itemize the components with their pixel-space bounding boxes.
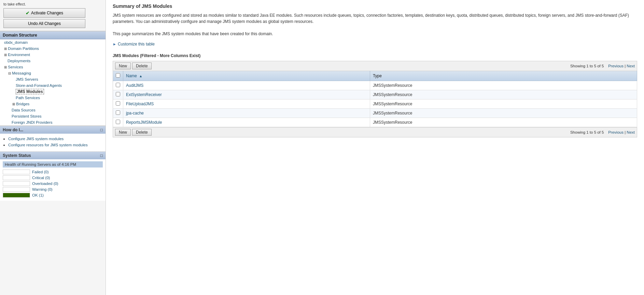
tree-domain-partitions[interactable]: ⊞ Domain Partitions	[0, 45, 106, 52]
tree-persistent-stores[interactable]: Persistent Stores	[0, 113, 106, 119]
tree-jms-servers-link[interactable]: JMS Servers	[16, 77, 38, 81]
tree-jms-servers[interactable]: JMS Servers	[0, 76, 106, 82]
tree-services[interactable]: ⊞ Services	[0, 64, 106, 70]
row-checkbox-3[interactable]	[116, 110, 120, 115]
description-box: JMS system resources are configured and …	[113, 12, 637, 37]
row-type-cell: JMSSystemResource	[370, 90, 637, 99]
system-status-collapse-button[interactable]: □	[100, 153, 103, 158]
customize-label: Customize this table	[118, 42, 155, 46]
tree-store-forward-link[interactable]: Store-and-Forward Agents	[16, 83, 62, 88]
howdoi-item-2: Configure resources for JMS system modul…	[8, 143, 102, 147]
health-failed: Failed (0)	[3, 170, 103, 174]
row-checkbox-cell	[113, 99, 123, 109]
system-status-title: System Status	[3, 153, 31, 158]
health-label-warning[interactable]: Warning (0)	[32, 187, 53, 191]
row-name-link-3[interactable]: jpa-cache	[126, 111, 144, 116]
row-name-link-2[interactable]: FileUploadJMS	[126, 102, 154, 106]
tree-messaging-link[interactable]: Messaging	[12, 71, 31, 75]
health-warning: Warning (0)	[3, 187, 103, 192]
tree-path-services-link[interactable]: Path Services	[16, 96, 40, 100]
description-2: This page summarizes the JMS system modu…	[113, 31, 637, 37]
showing-bottom: Showing 1 to 5 of 5	[570, 130, 604, 134]
row-checkbox-4[interactable]	[116, 120, 120, 124]
tree-foreign-jndi-link[interactable]: Foreign JNDI Providers	[12, 120, 53, 124]
tree-foreign-jndi[interactable]: Foreign JNDI Providers	[0, 119, 106, 125]
tree-path-services[interactable]: Path Services	[0, 95, 106, 101]
activate-changes-button[interactable]: ✔ Activate Changes	[3, 8, 85, 18]
table-row: jpa-cache JMSSystemResource	[113, 109, 637, 118]
activate-label: Activate Changes	[31, 11, 63, 15]
previous-link-bottom[interactable]: Previous	[608, 130, 624, 134]
delete-button-top[interactable]: Delete	[132, 63, 152, 69]
tree-root-link[interactable]: obdx_domain	[4, 40, 28, 44]
select-all-checkbox[interactable]	[116, 73, 120, 78]
table-row: ReportsJMSModule JMSSystemResource	[113, 118, 637, 127]
howdoi-link-1[interactable]: Configure JMS system modules	[8, 137, 64, 141]
howdoi-header: How do I... □	[0, 126, 106, 134]
description-1: JMS system resources are configured and …	[113, 12, 637, 25]
undo-changes-button[interactable]: Undo All Changes	[3, 19, 85, 28]
select-all-header	[113, 71, 123, 81]
customize-link[interactable]: ► Customize this table	[113, 42, 155, 46]
tree-data-sources-link[interactable]: Data Sources	[12, 108, 36, 112]
tree-domain-partitions-link[interactable]: Domain Partitions	[8, 46, 39, 51]
tree-services-link[interactable]: Services	[8, 65, 23, 69]
row-name-link-1[interactable]: ExtSystemReceiver	[126, 92, 162, 97]
new-button-bottom[interactable]: New	[115, 129, 131, 136]
next-link-bottom[interactable]: Next	[627, 130, 635, 134]
tree-environment-link[interactable]: Environment	[8, 53, 30, 57]
health-bar-failed	[3, 170, 30, 174]
previous-link-top[interactable]: Previous	[608, 64, 624, 68]
tree-deployments[interactable]: Deployments	[0, 58, 106, 64]
domain-tree: obdx_domain ⊞ Domain Partitions ⊞ Enviro…	[0, 39, 106, 126]
toolbar-right-top: Showing 1 to 5 of 5 Previous | Next	[570, 64, 635, 68]
main-content: Summary of JMS Modules JMS system resour…	[106, 0, 644, 295]
type-label: Type	[373, 73, 382, 78]
name-label: Name	[126, 73, 137, 78]
row-checkbox-cell	[113, 118, 123, 127]
tree-messaging[interactable]: ⊟ Messaging	[0, 70, 106, 76]
row-checkbox-2[interactable]	[116, 101, 120, 106]
health-ok: OK (1)	[3, 193, 103, 198]
system-status-section: System Status □ Health of Running Server…	[0, 151, 106, 201]
howdoi-title: How do I...	[3, 128, 23, 132]
row-checkbox-1[interactable]	[116, 92, 120, 96]
row-checkbox-0[interactable]	[116, 83, 120, 87]
health-label-overloaded[interactable]: Overloaded (0)	[32, 182, 58, 186]
plus-icon: ⊞	[4, 47, 7, 51]
tree-bridges[interactable]: ⊞ Bridges	[0, 101, 106, 107]
howdoi-collapse-button[interactable]: □	[100, 128, 103, 132]
tree-persistent-stores-link[interactable]: Persistent Stores	[12, 114, 42, 118]
table-header-row: Name ▲ Type	[113, 71, 637, 81]
row-name-cell: FileUploadJMS	[123, 99, 370, 109]
tree-bridges-link[interactable]: Bridges	[16, 102, 29, 106]
health-bar-critical	[3, 175, 30, 180]
name-column-header[interactable]: Name ▲	[123, 71, 370, 81]
row-name-cell: ReportsJMSModule	[123, 118, 370, 127]
tree-root[interactable]: obdx_domain	[0, 39, 106, 45]
arrow-icon: ►	[113, 42, 116, 46]
domain-structure-section: Domain Structure obdx_domain ⊞ Domain Pa…	[0, 31, 106, 126]
toolbar-left-bottom: New Delete	[115, 129, 152, 136]
health-bar-overloaded	[3, 181, 30, 186]
delete-button-bottom[interactable]: Delete	[132, 129, 152, 136]
health-label-ok[interactable]: OK (1)	[32, 193, 44, 197]
next-link-top[interactable]: Next	[627, 64, 635, 68]
tree-jms-modules[interactable]: JMS Modules	[0, 89, 106, 95]
tree-data-sources[interactable]: Data Sources	[0, 107, 106, 113]
row-name-cell: AuditJMS	[123, 81, 370, 90]
toolbar-left-top: New Delete	[115, 63, 152, 69]
checkmark-icon: ✔	[26, 10, 30, 16]
row-name-link-4[interactable]: ReportsJMSModule	[126, 120, 162, 125]
health-label-critical[interactable]: Critical (0)	[32, 176, 50, 180]
new-button-top[interactable]: New	[115, 63, 131, 69]
tree-environment[interactable]: ⊞ Environment	[0, 52, 106, 58]
tree-store-forward[interactable]: Store-and-Forward Agents	[0, 82, 106, 89]
table-row: AuditJMS JMSSystemResource	[113, 81, 637, 90]
health-label-failed[interactable]: Failed (0)	[32, 170, 49, 174]
health-critical: Critical (0)	[3, 175, 103, 180]
tree-deployments-link[interactable]: Deployments	[8, 59, 30, 63]
howdoi-link-2[interactable]: Configure resources for JMS system modul…	[8, 143, 88, 147]
row-name-link-0[interactable]: AuditJMS	[126, 83, 143, 88]
intro-text: to take effect.	[3, 2, 102, 6]
